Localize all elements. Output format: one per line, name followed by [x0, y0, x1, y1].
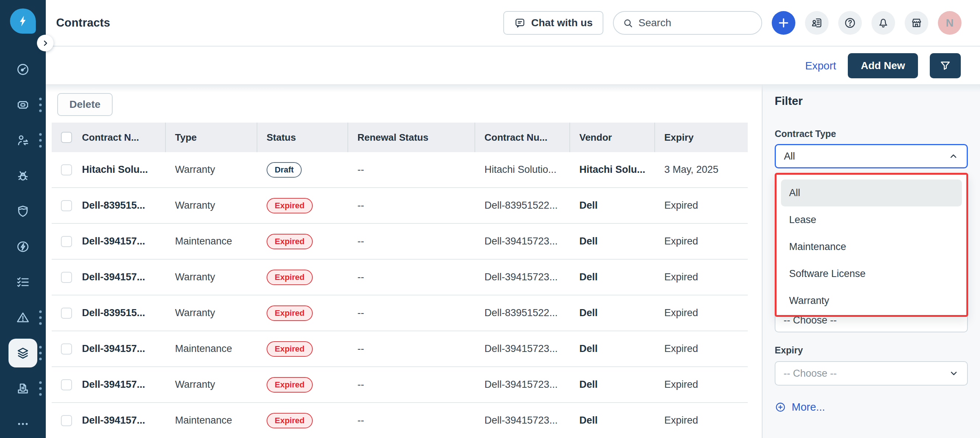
cell-renewal-status: -- [348, 260, 475, 295]
marketplace-button[interactable] [905, 11, 928, 35]
row-checkbox[interactable] [61, 415, 72, 426]
column-header-renewal-status[interactable]: Renewal Status [348, 123, 475, 152]
expiry-select[interactable]: -- Choose -- [775, 361, 968, 385]
status-badge: Expired [267, 377, 313, 393]
cell-type: Warranty [166, 367, 258, 402]
list-toolbar: Export Add New [46, 47, 980, 84]
contract-name[interactable]: Dell-394157... [82, 236, 145, 247]
sidebar-item-changes[interactable] [0, 233, 46, 260]
contract-name[interactable]: Dell-839515... [82, 307, 145, 319]
column-header-expiry[interactable]: Expiry [655, 123, 748, 152]
status-badge: Expired [267, 198, 313, 213]
sort-icon[interactable] [638, 132, 648, 142]
search-box[interactable] [613, 11, 762, 35]
cell-contract-name: Dell-394157... [52, 367, 166, 402]
sidebar-item-more[interactable] [0, 411, 46, 437]
delete-button[interactable]: Delete [57, 93, 113, 116]
app-logo[interactable] [10, 8, 36, 33]
contract-type-option-maintenance[interactable]: Maintenance [781, 233, 962, 260]
contract-type-select[interactable]: All [775, 144, 968, 169]
table-row: Dell-394157...MaintenanceExpired--Dell-3… [52, 403, 748, 438]
sidebar-item-security[interactable] [0, 198, 46, 225]
cell-vendor: Dell [570, 260, 655, 295]
row-checkbox[interactable] [61, 236, 72, 247]
contract-name[interactable]: Dell-394157... [82, 271, 145, 283]
kebab-menu-icon[interactable] [38, 344, 43, 362]
ticket-icon [16, 98, 30, 112]
sort-icon[interactable] [553, 132, 563, 142]
app-window: Contracts Chat with us [0, 0, 980, 438]
sidebar-item-tasks[interactable] [0, 269, 46, 295]
table-row: Dell-394157...WarrantyExpired--Dell-3941… [52, 367, 748, 403]
sidebar-item-requesters[interactable] [0, 127, 46, 154]
cell-contract-name: Dell-394157... [52, 403, 166, 438]
add-new-button[interactable]: Add New [848, 53, 918, 78]
sidebar-expand-button[interactable] [37, 35, 54, 51]
sort-icon[interactable] [149, 132, 158, 142]
column-header-contract-n[interactable]: Contract N... [52, 123, 166, 152]
cell-type: Maintenance [166, 224, 258, 259]
column-header-type[interactable]: Type [166, 123, 258, 152]
sort-icon[interactable] [458, 132, 468, 142]
more-filters-link[interactable]: More... [775, 401, 825, 413]
cell-contract-name: Dell-394157... [52, 260, 166, 295]
sidebar-item-alerts[interactable] [0, 304, 46, 331]
row-checkbox[interactable] [61, 307, 72, 319]
kebab-menu-icon[interactable] [38, 380, 43, 397]
cell-expiry: 3 May, 2025 [655, 152, 748, 187]
kebab-menu-icon[interactable] [38, 132, 43, 149]
contract-name[interactable]: Dell-394157... [82, 343, 145, 355]
table-row: Dell-839515...WarrantyExpired--Dell-8395… [52, 295, 748, 331]
contract-type-option-warranty[interactable]: Warranty [781, 287, 962, 314]
contract-type-option-software-license[interactable]: Software License [781, 260, 962, 287]
cell-status: Expired [258, 331, 348, 366]
sidebar-item-assets[interactable] [0, 340, 46, 366]
column-header-contract-nu[interactable]: Contract Nu... [475, 123, 570, 152]
cell-status: Draft [258, 152, 348, 187]
filter-toggle-button[interactable] [930, 53, 961, 78]
row-checkbox[interactable] [61, 272, 72, 283]
contract-type-option-all[interactable]: All [781, 180, 962, 207]
contract-name[interactable]: Dell-394157... [82, 379, 145, 390]
cell-type: Warranty [166, 295, 258, 331]
chevron-down-icon [948, 368, 959, 379]
search-input[interactable] [638, 17, 752, 29]
help-button[interactable] [838, 11, 862, 35]
doc-tray-icon [16, 382, 30, 395]
row-checkbox[interactable] [61, 344, 72, 355]
avatar[interactable]: N [938, 11, 961, 35]
row-checkbox[interactable] [61, 379, 72, 390]
contract-name[interactable]: Dell-839515... [82, 200, 145, 211]
contracts-table: Contract N...TypeStatusRenewal StatusCon… [52, 123, 748, 438]
notifications-button[interactable] [872, 11, 895, 35]
sidebar-item-problems[interactable] [0, 162, 46, 189]
filter-panel-title: Filter [775, 94, 803, 108]
row-checkbox[interactable] [61, 164, 72, 175]
sort-icon[interactable] [732, 132, 741, 142]
column-header-status[interactable]: Status [258, 123, 348, 152]
contract-name[interactable]: Dell-394157... [82, 415, 145, 426]
cell-contract-number: Dell-39415723... [475, 403, 570, 438]
contract-name[interactable]: Hitachi Solu... [82, 164, 148, 175]
sidebar-item-purchase-orders[interactable] [0, 375, 46, 402]
dots-h-icon [16, 417, 30, 431]
contract-type-option-lease[interactable]: Lease [781, 207, 962, 233]
row-checkbox[interactable] [61, 200, 72, 211]
select-all-checkbox[interactable] [61, 132, 72, 143]
gauge-icon [16, 62, 30, 76]
cell-expiry: Expired [655, 260, 748, 295]
export-link[interactable]: Export [805, 60, 836, 72]
cell-contract-number: Dell-39415723... [475, 224, 570, 259]
column-header-vendor[interactable]: Vendor [570, 123, 655, 152]
cell-contract-number: Dell-39415723... [475, 331, 570, 366]
chat-with-us-button[interactable]: Chat with us [503, 11, 603, 35]
sidebar-item-tickets[interactable] [0, 92, 46, 118]
bolt-logo-icon [16, 14, 30, 29]
kebab-menu-icon[interactable] [38, 96, 43, 114]
sort-icon[interactable] [240, 132, 250, 142]
sort-icon[interactable] [331, 132, 341, 142]
kebab-menu-icon[interactable] [38, 309, 43, 327]
quick-create-button[interactable] [772, 11, 795, 35]
sidebar-item-dashboard[interactable] [0, 56, 46, 83]
contacts-button[interactable] [805, 11, 829, 35]
